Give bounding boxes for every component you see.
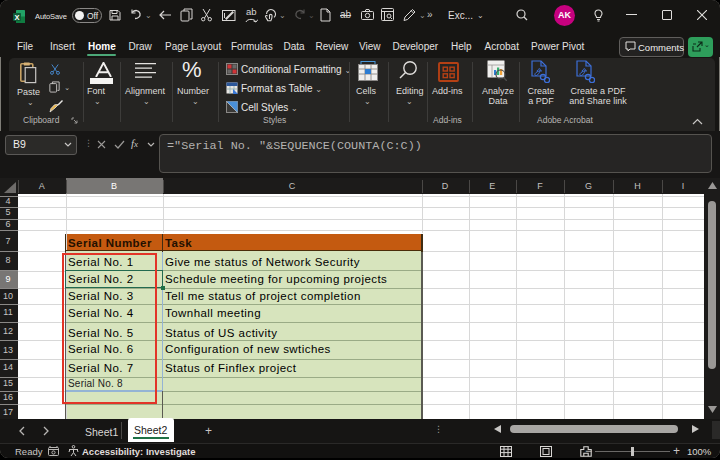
- svg-text:X: X: [14, 13, 19, 22]
